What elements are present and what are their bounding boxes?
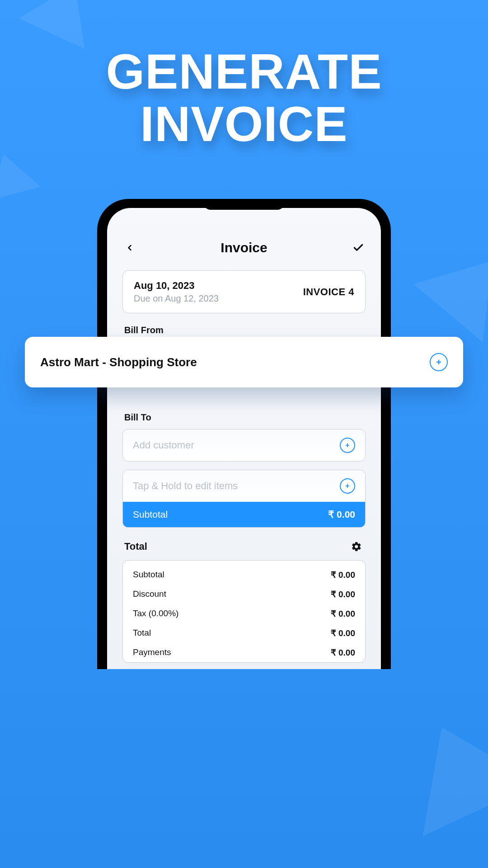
back-button[interactable] [122, 241, 137, 255]
bill-from-label: Bill From [124, 325, 366, 335]
gear-icon [351, 541, 362, 552]
subtotal-bar: Subtotal ₹ 0.00 [123, 502, 365, 527]
total-row-value: ₹ 0.00 [331, 589, 355, 599]
total-row: Discount₹ 0.00 [133, 585, 355, 604]
bill-to-label: Bill To [124, 412, 366, 423]
invoice-due-date: Due on Aug 12, 2023 [134, 293, 219, 304]
confirm-button[interactable] [351, 241, 366, 255]
total-row-value: ₹ 0.00 [331, 609, 355, 619]
total-row-value: ₹ 0.00 [331, 570, 355, 580]
edit-items-field[interactable]: Tap & Hold to edit items + [123, 470, 365, 502]
invoice-meta-card[interactable]: Aug 10, 2023 Due on Aug 12, 2023 INVOICE… [122, 270, 366, 313]
app-screen: Invoice Aug 10, 2023 Due on Aug 12, 2023… [107, 208, 381, 669]
total-row: Tax (0.00%)₹ 0.00 [133, 604, 355, 623]
subtotal-amount: ₹ 0.00 [328, 509, 355, 520]
invoice-number: INVOICE 4 [303, 286, 354, 298]
total-row-label: Payments [133, 647, 171, 658]
items-card: Tap & Hold to edit items + Subtotal ₹ 0.… [122, 470, 366, 528]
total-row: Subtotal₹ 0.00 [133, 565, 355, 585]
bill-from-name: Astro Mart - Shopping Store [40, 355, 197, 369]
hero-line-2: INVOICE [0, 98, 488, 150]
add-customer-button[interactable]: + [340, 438, 355, 453]
add-biller-button[interactable]: + [430, 353, 448, 371]
page-title: Invoice [137, 240, 351, 255]
bill-from-card[interactable]: Astro Mart - Shopping Store + [25, 337, 463, 387]
add-customer-placeholder: Add customer [133, 439, 194, 451]
total-row-value: ₹ 0.00 [331, 647, 355, 658]
phone-notch [203, 199, 285, 210]
total-settings-button[interactable] [349, 539, 364, 554]
total-row-label: Subtotal [133, 570, 164, 580]
add-item-button[interactable]: + [340, 478, 355, 494]
total-row-label: Tax (0.00%) [133, 609, 178, 619]
total-row-label: Total [133, 628, 151, 638]
phone-frame: Invoice Aug 10, 2023 Due on Aug 12, 2023… [97, 199, 391, 669]
chevron-left-icon [125, 243, 134, 252]
app-bar: Invoice [122, 235, 366, 260]
total-section-header: Total [124, 539, 364, 554]
plus-icon: + [345, 482, 349, 490]
invoice-date: Aug 10, 2023 [134, 280, 219, 292]
totals-card: Subtotal₹ 0.00 Discount₹ 0.00 Tax (0.00%… [122, 560, 366, 663]
plus-icon: + [345, 442, 349, 449]
subtotal-label: Subtotal [133, 509, 168, 520]
total-row-value: ₹ 0.00 [331, 628, 355, 638]
total-row-label: Discount [133, 589, 166, 599]
add-customer-field[interactable]: Add customer + [122, 429, 366, 462]
plus-icon: + [436, 358, 441, 367]
total-row: Total₹ 0.00 [133, 623, 355, 643]
edit-items-placeholder: Tap & Hold to edit items [133, 480, 238, 492]
hero-title: GENERATE INVOICE [0, 45, 488, 150]
hero-line-1: GENERATE [106, 43, 382, 99]
total-row: Payments₹ 0.00 [133, 643, 355, 662]
total-label: Total [124, 541, 147, 552]
check-icon [352, 242, 364, 254]
